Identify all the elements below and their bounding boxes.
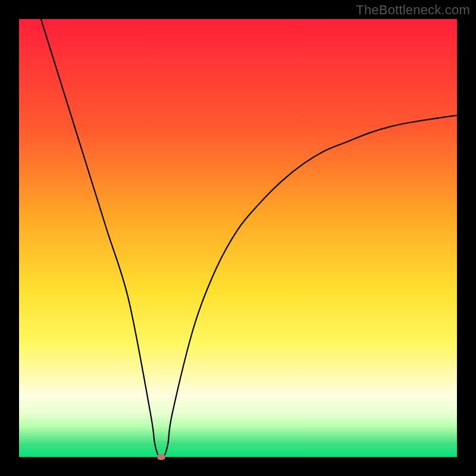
- chart-frame: TheBottleneck.com: [0, 0, 476, 476]
- bottleneck-curve: [19, 19, 457, 457]
- curve-path: [41, 19, 457, 457]
- watermark-text: TheBottleneck.com: [356, 2, 470, 18]
- optimal-point-marker: [157, 454, 165, 460]
- plot-area: [19, 19, 457, 457]
